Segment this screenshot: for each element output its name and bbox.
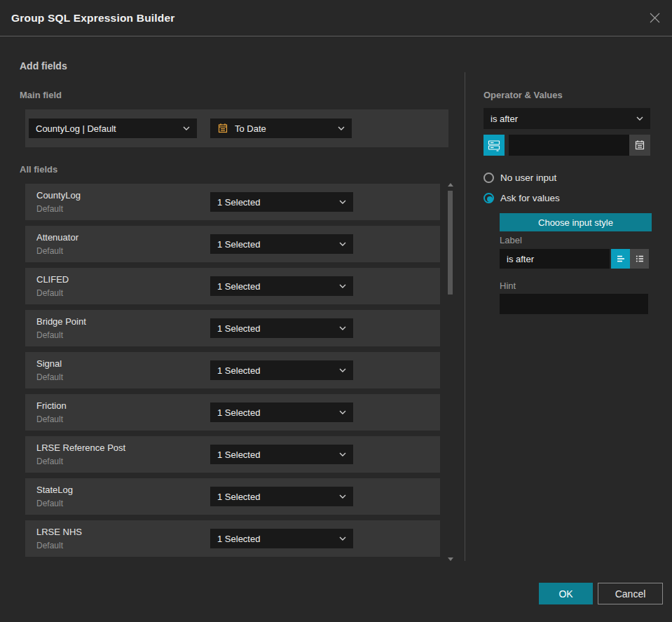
calendar-icon — [634, 140, 645, 151]
ok-button[interactable]: OK — [539, 583, 593, 604]
field-selection-dropdown[interactable]: 1 Selected — [210, 276, 353, 296]
value-input[interactable] — [509, 135, 629, 156]
field-subtitle: Default — [36, 499, 63, 508]
field-selection-value: 1 Selected — [217, 449, 334, 460]
close-button[interactable] — [647, 11, 662, 26]
chevron-down-icon — [338, 126, 345, 130]
field-subtitle: Default — [36, 457, 63, 466]
operator-dropdown[interactable]: is after — [484, 108, 650, 129]
label-field-label: Label — [500, 235, 522, 245]
field-selection-dropdown[interactable]: 1 Selected — [210, 192, 353, 212]
dialog-header: Group SQL Expression Builder — [0, 0, 672, 36]
date-field-dropdown[interactable]: To Date — [210, 119, 352, 138]
field-selection-dropdown[interactable]: 1 Selected — [210, 403, 353, 422]
field-selection-dropdown[interactable]: 1 Selected — [210, 318, 353, 338]
field-row: LRSE NHS Default 1 Selected — [25, 520, 440, 557]
user-input-radio-group: No user input Ask for values — [484, 172, 652, 212]
field-subtitle: Default — [36, 330, 63, 340]
radio-option[interactable]: Ask for values — [484, 192, 652, 204]
calendar-icon — [217, 123, 228, 134]
chevron-down-icon — [636, 116, 643, 121]
cancel-button[interactable]: Cancel — [598, 583, 663, 604]
align-left-icon — [616, 254, 626, 264]
field-row: CLIFED Default 1 Selected — [25, 268, 440, 304]
field-row: Attenuator Default 1 Selected — [25, 226, 440, 262]
label-input[interactable] — [500, 249, 610, 269]
field-selection-value: 1 Selected — [217, 239, 334, 250]
field-selection-value: 1 Selected — [217, 534, 334, 544]
field-selection-dropdown[interactable]: 1 Selected — [210, 445, 353, 464]
choose-input-style-button[interactable]: Choose input style — [500, 213, 652, 231]
chevron-down-icon — [339, 326, 346, 330]
field-name: CountyLog — [36, 190, 81, 201]
scrollbar-thumb[interactable] — [448, 191, 453, 295]
value-type-icon — [488, 139, 500, 151]
value-type-button[interactable] — [484, 135, 505, 156]
text-style-toggle-button[interactable] — [611, 249, 630, 269]
label-style-toggle-group — [611, 249, 649, 269]
chevron-down-icon — [339, 284, 346, 288]
field-name: StateLog — [36, 485, 73, 495]
field-name: Signal — [36, 358, 62, 369]
field-row: LRSE Reference Post Default 1 Selected — [25, 436, 440, 473]
chevron-down-icon — [339, 368, 346, 372]
field-name: Bridge Point — [36, 316, 86, 327]
main-field-dropdown[interactable]: CountyLog | Default — [29, 119, 197, 138]
bullet-list-icon — [635, 254, 645, 264]
field-subtitle: Default — [36, 372, 63, 382]
field-selection-dropdown[interactable]: 1 Selected — [210, 234, 353, 254]
add-fields-heading: Add fields — [20, 60, 67, 72]
field-row: Friction Default 1 Selected — [25, 394, 440, 431]
field-subtitle: Default — [36, 414, 63, 424]
chevron-down-icon — [339, 494, 346, 499]
field-name: LRSE Reference Post — [36, 442, 125, 453]
field-selection-value: 1 Selected — [217, 492, 334, 502]
date-picker-button[interactable] — [629, 135, 650, 156]
field-name: LRSE NHS — [36, 527, 82, 537]
radio-icon — [484, 193, 494, 203]
field-selection-dropdown[interactable]: 1 Selected — [210, 487, 353, 506]
radio-icon — [484, 173, 494, 183]
field-row: CountyLog Default 1 Selected — [25, 184, 440, 220]
field-subtitle: Default — [36, 288, 63, 298]
radio-option[interactable]: No user input — [484, 172, 652, 184]
field-selection-value: 1 Selected — [217, 407, 334, 418]
all-fields-label: All fields — [20, 164, 57, 175]
hint-input[interactable] — [500, 294, 648, 314]
panel-divider — [465, 72, 465, 561]
scroll-down-arrow-icon[interactable] — [448, 557, 453, 561]
radio-label: No user input — [500, 173, 556, 183]
date-field-dropdown-value: To Date — [235, 123, 332, 134]
fields-list-scrollbar — [446, 182, 455, 562]
main-field-dropdown-value: CountyLog | Default — [36, 123, 177, 134]
field-row: Bridge Point Default 1 Selected — [25, 310, 440, 346]
field-subtitle: Default — [36, 541, 63, 550]
chevron-down-icon — [339, 536, 346, 541]
chevron-down-icon — [339, 200, 346, 204]
main-field-label: Main field — [20, 90, 62, 100]
scroll-up-arrow-icon[interactable] — [448, 183, 453, 187]
field-selection-dropdown[interactable]: 1 Selected — [210, 360, 353, 380]
all-fields-list: CountyLog Default 1 Selected Attenuator … — [25, 184, 440, 562]
radio-label: Ask for values — [500, 193, 560, 203]
main-field-bar: CountyLog | Default To Date — [25, 109, 448, 147]
chevron-down-icon — [183, 126, 190, 130]
chevron-down-icon — [339, 242, 346, 246]
operator-dropdown-value: is after — [491, 114, 631, 124]
field-selection-value: 1 Selected — [217, 323, 334, 334]
field-row: Signal Default 1 Selected — [25, 352, 440, 388]
field-selection-value: 1 Selected — [217, 281, 334, 292]
operator-values-heading: Operator & Values — [484, 90, 563, 100]
chevron-down-icon — [339, 452, 346, 457]
field-selection-value: 1 Selected — [217, 365, 334, 376]
hint-field-label: Hint — [500, 280, 516, 291]
field-row: StateLog Default 1 Selected — [25, 478, 440, 515]
list-style-toggle-button[interactable] — [630, 249, 649, 269]
field-name: Friction — [36, 400, 67, 411]
field-subtitle: Default — [36, 204, 63, 214]
field-selection-value: 1 Selected — [217, 197, 334, 208]
chevron-down-icon — [339, 410, 346, 414]
dialog-title: Group SQL Expression Builder — [11, 12, 175, 25]
field-name: CLIFED — [36, 274, 69, 285]
field-selection-dropdown[interactable]: 1 Selected — [210, 529, 353, 548]
